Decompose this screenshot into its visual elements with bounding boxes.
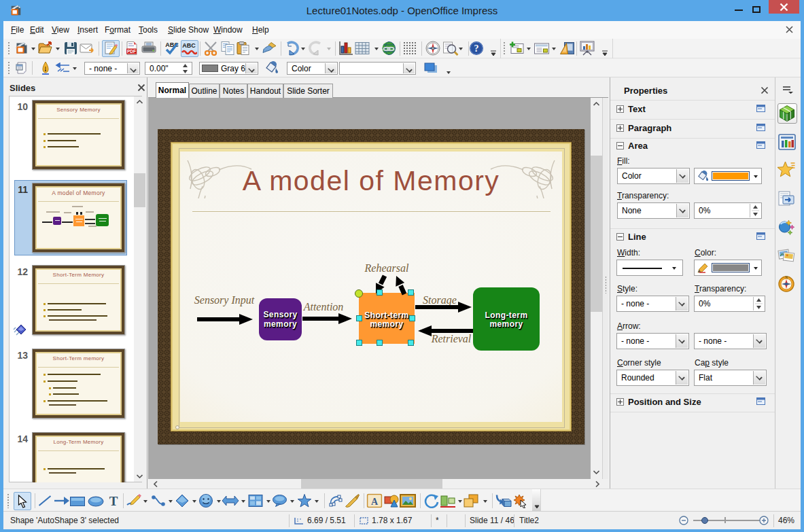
svg-text:A: A <box>371 497 379 507</box>
svg-text:ABC: ABC <box>182 42 196 49</box>
svg-text:T: T <box>109 495 118 507</box>
svg-text:PDF: PDF <box>127 49 136 54</box>
svg-text:?: ? <box>474 43 479 54</box>
svg-text:N: N <box>785 276 787 279</box>
